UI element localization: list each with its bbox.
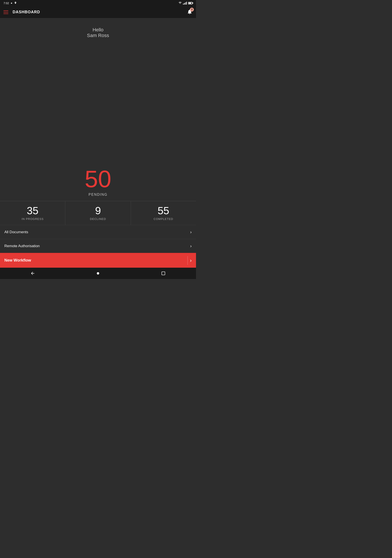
home-button[interactable] xyxy=(92,269,104,278)
menu-button[interactable] xyxy=(3,10,8,14)
new-workflow-label: New Workflow xyxy=(4,258,31,263)
pending-label: PENDING xyxy=(89,193,108,197)
notification-button[interactable]: 3 xyxy=(187,9,193,16)
status-bar: 7:02 ● xyxy=(0,0,196,6)
all-documents-menu-item[interactable]: All Documents › xyxy=(0,225,196,239)
status-bar-right xyxy=(179,1,193,5)
app-bar-left: DASHBOARD xyxy=(3,10,40,14)
signal-icon xyxy=(183,1,187,5)
stat-in-progress-number: 35 xyxy=(27,206,38,216)
all-documents-label: All Documents xyxy=(4,230,28,234)
greeting-name: Sam Ross xyxy=(87,33,109,38)
stat-completed-number: 55 xyxy=(158,206,169,216)
location-icon xyxy=(14,1,17,5)
stats-row: 35 IN PROGRESS 9 DECLINED 55 COMPLETED xyxy=(0,201,196,225)
wifi-icon xyxy=(179,1,182,5)
nav-bar xyxy=(0,268,196,279)
remote-authorisation-menu-item[interactable]: Remote Authorisation › xyxy=(0,239,196,253)
svg-rect-1 xyxy=(162,272,165,275)
stat-in-progress-label: IN PROGRESS xyxy=(22,217,43,221)
new-workflow-button[interactable]: New Workflow › xyxy=(0,253,196,268)
stat-completed-label: COMPLETED xyxy=(153,217,173,221)
page-title: DASHBOARD xyxy=(13,10,40,14)
stat-in-progress[interactable]: 35 IN PROGRESS xyxy=(0,201,65,225)
pending-section: 50 PENDING xyxy=(0,167,196,201)
greeting-section: Hello Sam Ross xyxy=(0,18,196,167)
new-workflow-chevron-icon: › xyxy=(190,257,192,263)
new-workflow-divider xyxy=(187,256,188,265)
recents-button[interactable] xyxy=(157,269,170,278)
time-display: 7:02 xyxy=(3,1,9,5)
app-bar: DASHBOARD 3 xyxy=(0,6,196,18)
remote-authorisation-chevron-icon: › xyxy=(190,244,192,248)
stat-declined[interactable]: 9 DECLINED xyxy=(65,201,131,225)
svg-point-0 xyxy=(97,272,99,275)
stat-declined-number: 9 xyxy=(95,206,101,216)
main-content: Hello Sam Ross 50 PENDING 35 IN PROGRESS… xyxy=(0,18,196,268)
stat-declined-label: DECLINED xyxy=(90,217,106,221)
back-button[interactable] xyxy=(26,269,39,278)
battery-icon xyxy=(188,2,193,4)
stat-completed[interactable]: 55 COMPLETED xyxy=(131,201,196,225)
remote-authorisation-label: Remote Authorisation xyxy=(4,244,40,248)
recording-icon: ● xyxy=(11,1,12,5)
status-bar-left: 7:02 ● xyxy=(3,1,17,5)
new-workflow-right: › xyxy=(187,256,192,265)
all-documents-chevron-icon: › xyxy=(190,229,192,235)
menu-section: All Documents › Remote Authorisation › xyxy=(0,225,196,253)
notification-badge: 3 xyxy=(190,8,194,12)
pending-number: 50 xyxy=(85,167,111,191)
greeting-hello: Hello xyxy=(93,27,103,33)
